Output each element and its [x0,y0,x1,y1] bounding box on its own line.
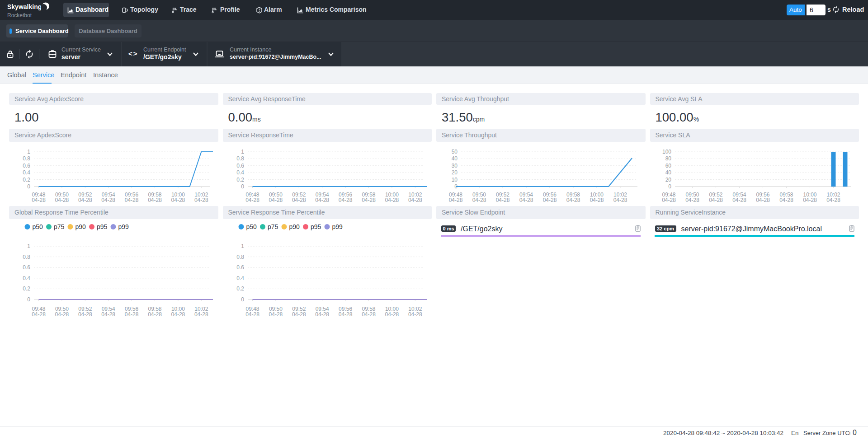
svg-text:04-28: 04-28 [449,197,463,203]
svg-text:p95: p95 [311,223,321,230]
svg-text:04-28: 04-28 [194,197,208,203]
svg-text:04-28: 04-28 [171,197,185,203]
svg-text:04-28: 04-28 [685,197,699,203]
svg-text:0: 0 [27,296,30,303]
svg-text:0.2: 0.2 [23,177,30,183]
svg-text:0.6: 0.6 [236,163,244,169]
svg-text:0: 0 [27,183,30,190]
svg-text:100: 100 [662,149,671,155]
svg-text:04-28: 04-28 [125,311,139,318]
svg-text:04-28: 04-28 [338,197,352,203]
svg-text:0.8: 0.8 [236,254,244,260]
svg-text:04-28: 04-28 [756,197,770,203]
svg-text:0.6: 0.6 [23,264,30,271]
svg-text:04-28: 04-28 [245,197,259,203]
svg-text:1: 1 [241,149,244,155]
svg-text:04-28: 04-28 [590,197,604,203]
svg-text:0: 0 [241,296,244,303]
svg-text:p75: p75 [54,223,65,230]
svg-text:04-28: 04-28 [101,197,115,203]
svg-text:p75: p75 [268,223,278,230]
svg-text:04-28: 04-28 [171,311,185,318]
svg-text:04-28: 04-28 [315,311,329,318]
svg-text:04-28: 04-28 [803,197,817,203]
svg-text:04-28: 04-28 [148,311,162,318]
svg-text:10: 10 [452,177,458,183]
svg-text:80: 80 [665,155,671,162]
svg-text:0.2: 0.2 [23,286,30,292]
svg-text:04-28: 04-28 [148,197,162,203]
svg-text:04-28: 04-28 [194,311,208,318]
svg-text:0.4: 0.4 [23,169,30,176]
svg-text:04-28: 04-28 [543,197,557,203]
svg-text:1: 1 [241,243,244,249]
svg-text:0.8: 0.8 [23,155,30,162]
svg-text:04-28: 04-28 [709,197,723,203]
svg-text:0.4: 0.4 [236,275,244,281]
svg-text:04-28: 04-28 [385,311,399,318]
svg-text:04-28: 04-28 [408,311,422,318]
svg-text:0: 0 [241,183,244,190]
svg-text:04-28: 04-28 [78,197,92,203]
svg-text:04-28: 04-28 [385,197,399,203]
svg-text:p50: p50 [246,223,257,230]
svg-text:04-28: 04-28 [566,197,580,203]
svg-text:04-28: 04-28 [519,197,533,203]
svg-text:04-28: 04-28 [408,197,422,203]
svg-text:04-28: 04-28 [779,197,793,203]
svg-text:04-28: 04-28 [32,311,46,318]
svg-text:0.4: 0.4 [236,169,244,176]
svg-text:1: 1 [27,149,30,155]
svg-text:04-28: 04-28 [101,311,115,318]
svg-text:p99: p99 [332,223,343,230]
svg-text:04-28: 04-28 [496,197,510,203]
svg-text:p95: p95 [97,223,108,230]
svg-text:04-28: 04-28 [269,311,283,318]
svg-text:04-28: 04-28 [55,197,69,203]
svg-text:04-28: 04-28 [292,311,306,318]
svg-text:p90: p90 [75,223,86,230]
svg-text:30: 30 [452,163,458,169]
svg-text:0.8: 0.8 [23,254,30,260]
svg-text:40: 40 [665,169,671,176]
svg-text:0.8: 0.8 [236,155,244,162]
svg-text:60: 60 [665,163,671,169]
svg-text:0.2: 0.2 [236,177,244,183]
svg-text:04-28: 04-28 [362,197,376,203]
svg-text:04-28: 04-28 [362,311,376,318]
svg-text:0.6: 0.6 [23,163,30,169]
svg-text:04-28: 04-28 [125,197,139,203]
svg-text:04-28: 04-28 [269,197,283,203]
svg-text:04-28: 04-28 [732,197,746,203]
svg-text:50: 50 [452,149,458,155]
svg-text:04-28: 04-28 [472,197,486,203]
svg-text:40: 40 [452,155,458,162]
svg-text:04-28: 04-28 [78,311,92,318]
svg-text:04-28: 04-28 [826,197,840,203]
svg-text:20: 20 [452,169,458,176]
svg-text:04-28: 04-28 [32,197,46,203]
svg-text:04-28: 04-28 [613,197,627,203]
svg-text:04-28: 04-28 [315,197,329,203]
svg-text:04-28: 04-28 [245,311,259,318]
svg-text:0.6: 0.6 [236,264,244,271]
svg-text:0.4: 0.4 [23,275,30,281]
svg-text:p90: p90 [289,223,300,230]
svg-text:04-28: 04-28 [292,197,306,203]
svg-text:04-28: 04-28 [662,197,676,203]
svg-text:p99: p99 [118,223,129,230]
svg-text:0.2: 0.2 [236,286,244,292]
svg-text:1: 1 [27,243,30,249]
svg-text:p50: p50 [33,223,43,230]
svg-text:20: 20 [665,177,671,183]
svg-text:04-28: 04-28 [338,311,352,318]
svg-text:04-28: 04-28 [55,311,69,318]
